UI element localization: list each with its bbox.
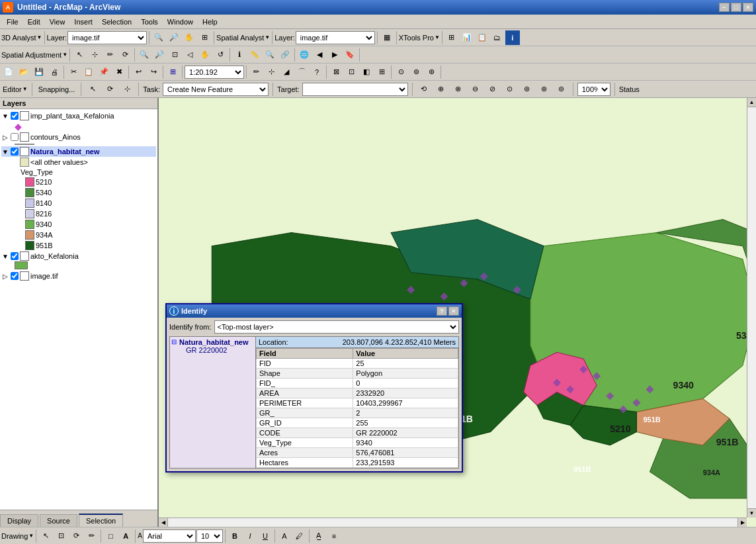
bottom-scrollbar[interactable]: ◀ ▶ (159, 518, 747, 527)
identify-btn[interactable]: ℹ (232, 48, 247, 62)
highlight-btn[interactable]: 🖊 (292, 529, 307, 543)
zoom-extent-btn[interactable]: ⊡ (167, 48, 182, 62)
right-scrollbar[interactable]: ▲ ▼ (747, 98, 756, 518)
scroll-right-btn[interactable]: ▶ (737, 518, 747, 527)
menu-view[interactable]: View (46, 17, 69, 27)
find-btn[interactable]: 🔍 (263, 48, 277, 62)
target-select[interactable] (302, 83, 408, 96)
et9[interactable]: ⊜ (554, 82, 569, 97)
checkbox-contours[interactable] (11, 133, 19, 141)
scale-select[interactable]: 1:20.192 (185, 66, 244, 79)
info-btn[interactable]: i (505, 30, 520, 45)
xtools-btn3[interactable]: 📋 (475, 30, 489, 45)
delete-btn[interactable]: ✖ (112, 65, 126, 79)
expand-image[interactable]: ▷ (1, 273, 9, 280)
checkbox-natura[interactable] (11, 148, 19, 156)
zoom-prev-btn[interactable]: ◁ (183, 48, 197, 62)
tab-selection[interactable]: Selection (79, 514, 123, 527)
identify-help-btn[interactable]: ? (437, 306, 447, 316)
et4[interactable]: ⊖ (468, 82, 483, 97)
raster-btn[interactable]: ▦ (380, 30, 394, 45)
zoom-select[interactable]: 100% (577, 83, 610, 96)
menu-window[interactable]: Window (163, 17, 197, 27)
close-button[interactable]: × (743, 3, 753, 12)
pan2-btn[interactable]: ✋ (198, 48, 212, 62)
expand-imp-plant[interactable]: ▼ (1, 113, 9, 120)
undo-btn[interactable]: ↩ (131, 65, 146, 79)
snap-btn[interactable]: ⊙ (394, 65, 408, 79)
font-size-select[interactable]: 10 (196, 529, 223, 543)
reshape-btn[interactable]: ⟳ (118, 48, 132, 62)
topo3-btn[interactable]: ◧ (359, 65, 374, 79)
zoom-out2-btn[interactable]: 🔎 (152, 48, 167, 62)
menu-selection[interactable]: Selection (98, 17, 136, 27)
snapping-btn[interactable]: Snapping... (36, 82, 77, 97)
paste-btn[interactable]: 📌 (97, 65, 111, 79)
menu-tools[interactable]: Tools (137, 17, 162, 27)
layer-select2[interactable]: image.tif (296, 31, 375, 44)
rotate-btn[interactable]: ↺ (213, 48, 228, 62)
minimize-button[interactable]: − (719, 3, 730, 12)
layer-select1[interactable]: image.tif (67, 31, 147, 44)
sketch-btn[interactable]: ✏ (103, 48, 117, 62)
scroll-down-btn[interactable]: ▼ (747, 508, 756, 518)
identify-close-btn[interactable]: × (448, 306, 459, 316)
drawing-dropdown[interactable]: Drawing ▼ (1, 532, 34, 540)
font-select[interactable]: Arial (143, 529, 196, 543)
shadow-btn[interactable]: A̲ (312, 529, 326, 543)
open-btn[interactable]: 📂 (17, 65, 31, 79)
et6[interactable]: ⊙ (503, 82, 517, 97)
bookmark-btn[interactable]: 🔖 (343, 48, 357, 62)
xtools-icons[interactable]: ⊞ (444, 30, 459, 45)
checkbox-image[interactable] (11, 272, 19, 280)
menu-help[interactable]: Help (198, 17, 222, 27)
topo2-btn[interactable]: ⊡ (344, 65, 358, 79)
maximize-button[interactable]: □ (731, 3, 741, 12)
zoom-out-btn[interactable]: 🔎 (167, 30, 181, 45)
snap3-btn[interactable]: ⊛ (424, 65, 439, 79)
draw-edit-btn[interactable]: ✏ (84, 529, 99, 543)
et8[interactable]: ⊛ (537, 82, 552, 97)
full-extent-btn[interactable]: ⊞ (197, 30, 212, 45)
snap2-btn[interactable]: ⊚ (409, 65, 423, 79)
expand-natura[interactable]: ▼ (1, 148, 9, 156)
text-btn[interactable]: A (118, 529, 133, 543)
identify-expand-icon[interactable]: ⊟ (171, 338, 177, 345)
new-btn[interactable]: 📄 (1, 65, 16, 79)
topo4-btn[interactable]: ⊞ (374, 65, 389, 79)
line-btn[interactable]: ◢ (279, 65, 294, 79)
edit-arrow2-btn[interactable]: ⟳ (103, 82, 117, 97)
redo-btn[interactable]: ↪ (146, 65, 161, 79)
zoom-layer-btn[interactable]: 🔍 (137, 48, 151, 62)
tab-display[interactable]: Display (0, 514, 38, 527)
globe-btn[interactable]: 🌐 (297, 48, 312, 62)
menu-edit[interactable]: Edit (24, 17, 44, 27)
align-btn[interactable]: ≡ (327, 529, 341, 543)
help2-btn[interactable]: ? (310, 65, 324, 79)
editor-dropdown[interactable]: Editor ▼ (3, 85, 28, 93)
copy-btn[interactable]: 📋 (81, 65, 96, 79)
spatial-adj-dropdown[interactable]: Spatial Adjustment ▼ (1, 51, 67, 59)
select-cursor-btn[interactable]: ↖ (72, 48, 87, 62)
edit-arrow3-btn[interactable]: ⊹ (120, 82, 134, 97)
back-btn[interactable]: ◀ (312, 48, 327, 62)
expand-akto[interactable]: ▼ (1, 253, 9, 260)
zoom-in-btn[interactable]: 🔍 (151, 30, 166, 45)
expand-contours[interactable]: ▷ (1, 134, 9, 141)
arc-btn[interactable]: ⌒ (294, 65, 309, 79)
et2[interactable]: ⊕ (434, 82, 448, 97)
et3[interactable]: ⊗ (451, 82, 466, 97)
save-btn[interactable]: 💾 (32, 65, 46, 79)
identify-dialog[interactable]: i Identify ? × Identify from: <Top-most … (165, 303, 463, 473)
hyperlink-btn[interactable]: 🔗 (278, 48, 292, 62)
identify-from-select[interactable]: <Top-most layer> (214, 320, 459, 334)
rect-btn[interactable]: □ (103, 529, 118, 543)
et1[interactable]: ⟲ (417, 82, 431, 97)
edit-sketch-btn[interactable]: ✏ (249, 65, 263, 79)
xtools-btn2[interactable]: 📊 (460, 30, 474, 45)
pan-btn[interactable]: ✋ (182, 30, 196, 45)
measure-btn[interactable]: 📏 (247, 48, 262, 62)
font-color-btn[interactable]: A (277, 529, 292, 543)
vertex-btn[interactable]: ⊹ (264, 65, 278, 79)
italic-btn[interactable]: I (243, 529, 257, 543)
